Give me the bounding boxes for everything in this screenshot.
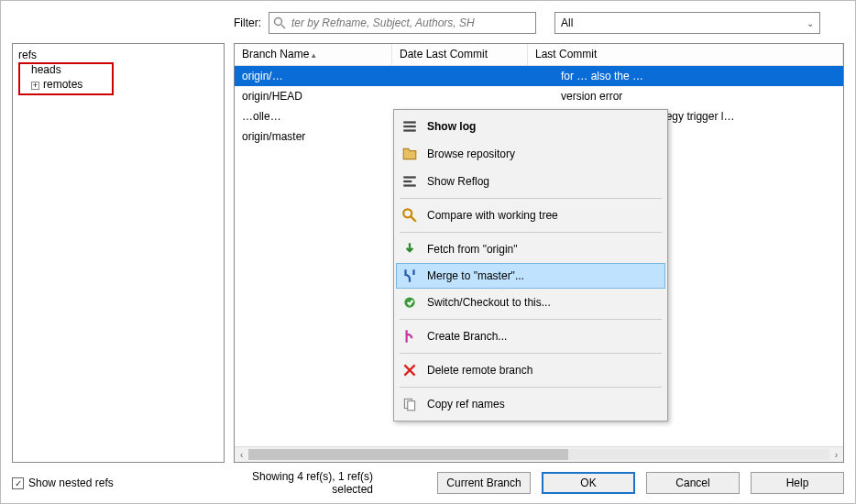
svg-rect-7	[403, 184, 416, 186]
svg-point-0	[275, 18, 282, 26]
menu-label: Switch/Checkout to this...	[427, 296, 551, 309]
status-line: selected	[236, 483, 373, 496]
tree-pane: refs heads +remotes	[12, 43, 225, 463]
menu-merge-to-master[interactable]: Merge to "master"...	[396, 263, 665, 289]
filter-label: Filter:	[234, 16, 261, 29]
delete-icon	[401, 362, 418, 378]
search-icon	[272, 16, 287, 30]
menu-create-branch[interactable]: Create Branch...	[396, 323, 665, 350]
cell-last: for … also the …	[554, 70, 843, 82]
scroll-thumb[interactable]	[248, 449, 567, 460]
cell-last: version error	[554, 90, 843, 103]
compare-icon	[401, 207, 418, 224]
horizontal-scrollbar[interactable]: ‹ ›	[235, 446, 843, 462]
menu-compare-working-tree[interactable]: Compare with working tree	[396, 202, 665, 229]
button-bar: Current Branch OK Cancel Help	[437, 472, 844, 494]
menu-show-log[interactable]: Show log	[396, 113, 665, 140]
menu-label: Copy ref names	[427, 398, 505, 411]
tree-label: heads	[31, 63, 61, 76]
scroll-track[interactable]	[248, 449, 829, 460]
table-row[interactable]: origin/… for … also the …	[235, 66, 843, 86]
svg-rect-6	[403, 181, 412, 182]
browse-icon	[401, 146, 418, 162]
copy-icon	[401, 396, 418, 412]
fetch-icon	[401, 241, 418, 257]
tree-label: remotes	[43, 78, 82, 91]
filter-select-value: All	[561, 16, 573, 29]
menu-separator	[400, 198, 662, 199]
menu-switch-checkout[interactable]: Switch/Checkout to this...	[396, 289, 665, 316]
col-branch-name[interactable]: Branch Name	[235, 44, 392, 65]
filter-row: Filter: All ⌄	[12, 12, 844, 34]
menu-label: Compare with working tree	[427, 209, 558, 222]
menu-label: Merge to "master"...	[427, 269, 524, 282]
chevron-down-icon: ⌄	[807, 18, 814, 28]
menu-separator	[400, 232, 662, 233]
switch-icon	[401, 294, 418, 311]
checkbox-icon[interactable]: ✓	[12, 477, 24, 489]
expand-icon[interactable]: +	[31, 82, 39, 90]
create-branch-icon	[401, 328, 418, 345]
menu-separator	[400, 387, 662, 388]
context-menu: Show log Browse repository Show Reflog C…	[393, 109, 668, 422]
status-line: Showing 4 ref(s), 1 ref(s)	[236, 470, 373, 483]
svg-point-8	[403, 209, 412, 217]
menu-separator	[400, 353, 662, 354]
menu-delete-remote-branch[interactable]: Delete remote branch	[396, 356, 665, 384]
menu-fetch-origin[interactable]: Fetch from "origin"	[396, 236, 665, 263]
menu-label: Show log	[427, 120, 476, 133]
svg-line-9	[411, 216, 416, 222]
log-icon	[401, 118, 418, 135]
menu-show-reflog[interactable]: Show Reflog	[396, 168, 665, 195]
filter-input[interactable]	[290, 16, 535, 30]
svg-rect-2	[403, 121, 416, 123]
filter-input-wrap[interactable]	[269, 12, 536, 34]
cell-name: …olle…	[235, 110, 392, 123]
checkbox-label: Show nested refs	[28, 477, 114, 489]
menu-label: Show Reflog	[427, 175, 489, 188]
current-branch-button[interactable]: Current Branch	[437, 472, 531, 494]
svg-rect-3	[403, 126, 416, 127]
cancel-button[interactable]: Cancel	[646, 472, 740, 494]
table-row[interactable]: origin/HEAD version error	[235, 86, 843, 106]
svg-rect-14	[408, 401, 415, 411]
tree-item-remotes[interactable]: +remotes	[18, 77, 218, 92]
scroll-left-icon[interactable]: ‹	[236, 450, 247, 460]
list-header: Branch Name Date Last Commit Last Commit	[235, 44, 843, 66]
tree-root[interactable]: refs	[18, 48, 218, 62]
filter-select[interactable]: All ⌄	[554, 12, 820, 34]
svg-line-1	[281, 25, 285, 28]
menu-label: Fetch from "origin"	[427, 243, 518, 256]
cell-name: origin/…	[235, 70, 392, 82]
scroll-right-icon[interactable]: ›	[831, 450, 841, 460]
cell-name: origin/master	[235, 130, 392, 143]
dialog-window: Filter: All ⌄ refs heads +remotes	[0, 0, 856, 504]
status-text: Showing 4 ref(s), 1 ref(s) selected	[236, 470, 373, 497]
svg-rect-4	[403, 129, 416, 131]
tree-item-heads[interactable]: heads	[18, 62, 218, 77]
show-nested-refs-checkbox[interactable]: ✓ Show nested refs	[12, 477, 236, 489]
col-last-commit[interactable]: Last Commit	[528, 44, 843, 65]
menu-copy-ref-names[interactable]: Copy ref names	[396, 390, 665, 418]
col-date[interactable]: Date Last Commit	[392, 44, 528, 65]
menu-separator	[400, 319, 662, 320]
cell-name: origin/HEAD	[235, 90, 392, 103]
merge-icon	[401, 268, 418, 284]
svg-rect-5	[403, 176, 416, 178]
menu-browse-repository[interactable]: Browse repository	[396, 140, 665, 168]
menu-label: Browse repository	[427, 148, 515, 160]
footer-row: ✓ Show nested refs Showing 4 ref(s), 1 r…	[12, 470, 844, 496]
ok-button[interactable]: OK	[542, 472, 635, 494]
help-button[interactable]: Help	[751, 472, 844, 494]
menu-label: Delete remote branch	[427, 364, 532, 377]
svg-point-10	[404, 297, 414, 307]
reflog-icon	[401, 173, 418, 190]
menu-label: Create Branch...	[427, 330, 507, 343]
